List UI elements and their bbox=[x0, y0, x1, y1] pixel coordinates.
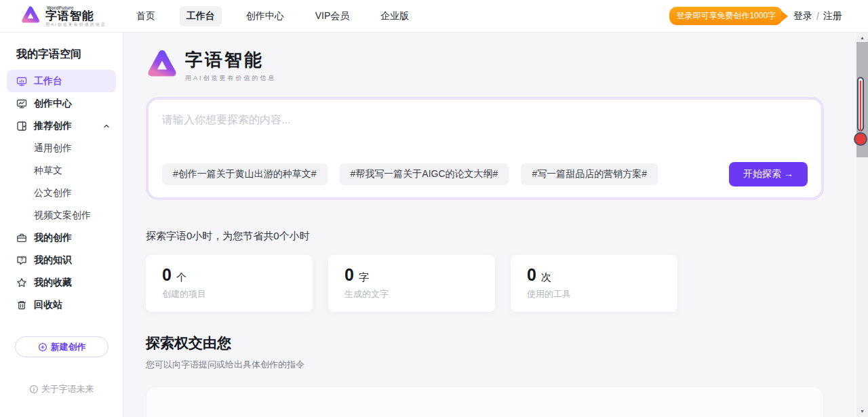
auth-separator: / bbox=[816, 11, 819, 22]
main-logo: 字语智能 用AI创造更有价值的信息 bbox=[146, 43, 856, 87]
stats-cards: 0 个 创建的项目 0 字 生成的文字 0 次 使用的工具 bbox=[146, 255, 856, 312]
sidebar-subitem-video-script[interactable]: 视频文案创作 bbox=[7, 204, 116, 226]
stat-label: 使用的工具 bbox=[527, 288, 661, 300]
sidebar-item-recycle-bin[interactable]: 回收站 bbox=[7, 294, 116, 316]
section-title: 探索权交由您 bbox=[146, 334, 856, 353]
sidebar-item-label: 我的知识 bbox=[34, 254, 72, 266]
monitor-icon bbox=[16, 76, 27, 87]
nav-item-vip[interactable]: VIP会员 bbox=[309, 6, 357, 26]
stat-label: 创建的项目 bbox=[162, 288, 296, 300]
chevron-up-icon[interactable] bbox=[102, 122, 111, 130]
main-nav: 首页 工作台 创作中心 VIP会员 企业版 bbox=[130, 6, 416, 26]
scroll-up-arrow[interactable]: ▲ bbox=[856, 33, 868, 42]
stat-value: 0 bbox=[344, 265, 354, 285]
main-brand-name: 字语智能 bbox=[185, 48, 277, 72]
sidebar-subitem-label: 视频文案创作 bbox=[34, 210, 91, 222]
stat-unit: 个 bbox=[176, 271, 186, 284]
sidebar-item-label: 我的创作 bbox=[34, 232, 72, 244]
brand-name: 字语智能 bbox=[45, 10, 106, 22]
stat-card-words: 0 字 生成的文字 bbox=[328, 255, 495, 312]
example-prompt-card: “ 字语智能是什么? 嘿，帮我创作一篇北京出游攻略 bbox=[146, 386, 824, 417]
checklist-icon bbox=[16, 121, 27, 132]
new-creation-button[interactable]: 新建创作 bbox=[15, 336, 108, 357]
sidebar-subitem-label: 种草文 bbox=[34, 165, 62, 177]
main-brand-tagline: 用AI创造更有价值的信息 bbox=[185, 74, 277, 83]
star-icon bbox=[16, 277, 27, 288]
sidebar-item-label: 回收站 bbox=[34, 299, 62, 311]
sidebar-item-label: 创作中心 bbox=[34, 98, 72, 110]
sidebar-item-label: 我的收藏 bbox=[34, 277, 72, 289]
brand-tagline: 用AI创造更有价值的信息 bbox=[45, 22, 106, 26]
nav-item-enterprise[interactable]: 企业版 bbox=[374, 6, 416, 26]
sidebar-item-my-knowledge[interactable]: ? 我的知识 bbox=[7, 249, 116, 271]
nav-item-creation-center[interactable]: 创作中心 bbox=[239, 6, 291, 26]
trash-icon bbox=[16, 300, 27, 311]
scroll-down-arrow[interactable]: ▼ bbox=[856, 406, 868, 416]
suggestion-chip-huangshan[interactable]: #创作一篇关于黄山出游的种草文# bbox=[162, 163, 328, 185]
sidebar-item-label: 工作台 bbox=[34, 75, 62, 87]
svg-text:?: ? bbox=[20, 257, 23, 262]
top-header: WordFuture 字语智能 用AI创造更有价值的信息 首页 工作台 创作中心… bbox=[0, 0, 868, 33]
nav-item-home[interactable]: 首页 bbox=[130, 6, 162, 26]
start-explore-button[interactable]: 开始探索 → bbox=[729, 162, 808, 186]
login-link[interactable]: 登录 bbox=[793, 10, 812, 22]
stat-card-tools: 0 次 使用的工具 bbox=[511, 255, 677, 312]
nav-item-workbench[interactable]: 工作台 bbox=[180, 6, 222, 26]
header-right: 登录即可享免费创作1000字 登录 / 注册 bbox=[669, 7, 842, 25]
search-panel: #创作一篇关于黄山出游的种草文# #帮我写一篇关于AIGC的论文大纲# #写一篇… bbox=[146, 97, 824, 200]
sidebar-item-my-creations[interactable]: 我的创作 bbox=[7, 226, 116, 249]
sidebar-item-label: 推荐创作 bbox=[34, 120, 72, 132]
sidebar-item-workbench[interactable]: 工作台 bbox=[7, 70, 116, 92]
sidebar-item-recommended[interactable]: 推荐创作 bbox=[7, 115, 116, 137]
login-promo-badge[interactable]: 登录即可享免费创作1000字 bbox=[669, 7, 783, 25]
info-circle-icon bbox=[29, 384, 39, 394]
stat-card-projects: 0 个 创建的项目 bbox=[146, 255, 313, 312]
new-creation-label: 新建创作 bbox=[51, 341, 86, 353]
sidebar-subitem-general-creation[interactable]: 通用创作 bbox=[7, 137, 116, 159]
main-content: 字语智能 用AI创造更有价值的信息 #创作一篇关于黄山出游的种草文# #帮我写一… bbox=[124, 33, 856, 417]
sidebar-item-my-favorites[interactable]: 我的收藏 bbox=[7, 271, 116, 294]
search-input[interactable] bbox=[162, 113, 808, 146]
sidebar-item-creation-center[interactable]: 创作中心 bbox=[7, 92, 116, 115]
section-subtitle: 您可以向字语提问或给出具体创作的指令 bbox=[146, 359, 856, 371]
plus-circle-icon bbox=[38, 342, 47, 352]
sidebar-subitem-label: 公文创作 bbox=[34, 187, 72, 199]
about-label: 关于字语未来 bbox=[41, 383, 94, 395]
sidebar-subitem-official-doc[interactable]: 公文创作 bbox=[7, 182, 116, 204]
sidebar-subitem-seeding-article[interactable]: 种草文 bbox=[7, 159, 116, 182]
suggestion-row: #创作一篇关于黄山出游的种草文# #帮我写一篇关于AIGC的论文大纲# #写一篇… bbox=[162, 162, 808, 186]
stat-label: 生成的文字 bbox=[344, 288, 479, 300]
stat-value: 0 bbox=[162, 265, 172, 285]
brand-triangle-icon bbox=[20, 5, 41, 28]
header-logo[interactable]: WordFuture 字语智能 用AI创造更有价值的信息 bbox=[20, 5, 106, 28]
stat-value: 0 bbox=[527, 265, 536, 285]
suggestion-chip-aigc[interactable]: #帮我写一篇关于AIGC的论文大纲# bbox=[340, 163, 509, 185]
briefcase-icon bbox=[16, 233, 27, 243]
thermometer-scroll-widget[interactable] bbox=[854, 77, 867, 147]
auth-links: 登录 / 注册 bbox=[793, 10, 842, 22]
register-link[interactable]: 注册 bbox=[823, 10, 842, 22]
stat-unit: 字 bbox=[359, 271, 369, 284]
question-bubble-icon: ? bbox=[16, 255, 27, 266]
brand-triangle-icon-large bbox=[146, 47, 178, 83]
stats-summary: 探索字语0小时，为您节省共0个小时 bbox=[146, 230, 856, 243]
stat-unit: 次 bbox=[541, 271, 551, 284]
monitor-chart-icon bbox=[16, 98, 27, 109]
sidebar: 我的字语空间 工作台 创作中心 推荐创作 通用创作 种草文 公文创作 视频文案创… bbox=[0, 33, 123, 417]
suggestion-chip-dessert[interactable]: #写一篇甜品店的营销方案# bbox=[521, 163, 658, 185]
about-link[interactable]: 关于字语未来 bbox=[0, 383, 123, 395]
sidebar-subitem-label: 通用创作 bbox=[34, 142, 72, 155]
sidebar-heading: 我的字语空间 bbox=[16, 47, 123, 62]
